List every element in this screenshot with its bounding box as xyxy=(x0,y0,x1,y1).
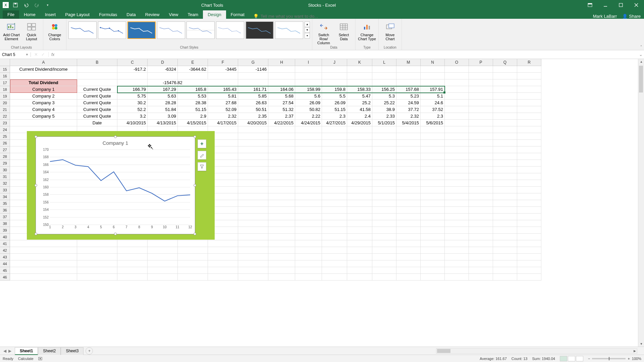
cell[interactable] xyxy=(372,153,396,160)
cell[interactable]: 2.3 xyxy=(421,113,445,120)
column-header[interactable]: A xyxy=(10,59,77,66)
select-data-button[interactable]: Select Data xyxy=(334,20,353,41)
cell[interactable] xyxy=(517,274,541,281)
cell[interactable] xyxy=(208,247,238,254)
cell[interactable] xyxy=(396,227,421,234)
cell[interactable]: 51.15 xyxy=(322,106,347,113)
cell[interactable] xyxy=(238,200,268,207)
cell[interactable] xyxy=(208,79,238,86)
cell[interactable] xyxy=(347,260,372,267)
cancel-formula-icon[interactable]: ✕ xyxy=(34,52,38,57)
cell[interactable]: 2.4 xyxy=(347,113,372,120)
cell[interactable] xyxy=(295,193,322,200)
cell[interactable]: 2.37 xyxy=(268,113,295,120)
cell[interactable]: 5.1 xyxy=(421,93,445,100)
cell[interactable]: 25.22 xyxy=(372,100,396,106)
row-header[interactable]: 26 xyxy=(0,140,10,146)
cell[interactable]: -1146 xyxy=(238,66,268,73)
cell[interactable] xyxy=(445,254,469,260)
cell[interactable] xyxy=(322,214,347,220)
cell[interactable] xyxy=(421,227,445,234)
vscroll-up-icon[interactable]: ▲ xyxy=(638,59,644,64)
cell[interactable]: 2.32 xyxy=(208,113,238,120)
row-header[interactable]: 33 xyxy=(0,187,10,193)
cell[interactable] xyxy=(421,193,445,200)
view-normal-button[interactable] xyxy=(560,356,567,361)
cell[interactable] xyxy=(77,73,117,79)
cell[interactable] xyxy=(322,254,347,260)
cell[interactable] xyxy=(347,247,372,254)
cell[interactable] xyxy=(517,146,541,153)
tab-formulas[interactable]: Formulas xyxy=(94,10,122,19)
vscroll-down-icon[interactable]: ▼ xyxy=(638,341,644,347)
add-sheet-button[interactable]: + xyxy=(86,347,93,355)
cell[interactable] xyxy=(372,167,396,173)
cell[interactable]: 4/20/2015 xyxy=(238,120,268,126)
cell[interactable] xyxy=(295,160,322,167)
sheet-nav-next-icon[interactable]: ▶ xyxy=(8,349,11,353)
tab-team[interactable]: Team xyxy=(183,10,203,19)
cell[interactable] xyxy=(238,220,268,227)
enter-formula-icon[interactable]: ✓ xyxy=(41,52,45,57)
cell[interactable] xyxy=(347,200,372,207)
row-header[interactable]: 20 xyxy=(0,100,10,106)
cell[interactable] xyxy=(322,220,347,227)
cell[interactable]: 2.3 xyxy=(322,113,347,120)
cell[interactable]: 37.72 xyxy=(396,106,421,113)
cell[interactable] xyxy=(421,66,445,73)
cell[interactable] xyxy=(322,140,347,146)
cell[interactable] xyxy=(148,274,178,281)
cell[interactable] xyxy=(372,146,396,153)
cell[interactable] xyxy=(178,260,208,267)
cell[interactable] xyxy=(77,240,117,247)
cell[interactable] xyxy=(469,146,493,153)
cell[interactable]: 5.68 xyxy=(268,93,295,100)
cell[interactable]: 3.09 xyxy=(148,113,178,120)
cell[interactable] xyxy=(268,140,295,146)
cell[interactable] xyxy=(372,227,396,234)
cell[interactable] xyxy=(10,260,77,267)
cell[interactable]: 157.68 xyxy=(396,86,421,93)
cell[interactable] xyxy=(517,200,541,207)
cell[interactable]: 27.54 xyxy=(268,100,295,106)
cell[interactable] xyxy=(517,106,541,113)
cell[interactable] xyxy=(517,240,541,247)
chart-handle[interactable] xyxy=(35,184,37,187)
cell[interactable] xyxy=(347,79,372,86)
cell[interactable] xyxy=(238,126,268,133)
cell[interactable]: 24.6 xyxy=(421,100,445,106)
cell[interactable] xyxy=(493,126,517,133)
cell[interactable] xyxy=(178,247,208,254)
cell[interactable] xyxy=(208,267,238,274)
cell[interactable] xyxy=(372,66,396,73)
chart-style-1[interactable] xyxy=(68,21,97,39)
undo-icon[interactable] xyxy=(22,1,30,9)
cell[interactable] xyxy=(469,113,493,120)
cell[interactable] xyxy=(295,133,322,140)
cell[interactable] xyxy=(493,86,517,93)
column-header[interactable]: M xyxy=(396,59,421,66)
cell[interactable] xyxy=(268,247,295,254)
column-header[interactable]: Q xyxy=(493,59,517,66)
cell[interactable] xyxy=(493,120,517,126)
cell[interactable] xyxy=(396,133,421,140)
cell[interactable] xyxy=(238,79,268,86)
cell[interactable] xyxy=(295,254,322,260)
cell[interactable] xyxy=(372,274,396,281)
cell[interactable]: 161.71 xyxy=(238,86,268,93)
cell[interactable] xyxy=(517,66,541,73)
cell[interactable] xyxy=(396,260,421,267)
row-header[interactable]: 22 xyxy=(0,113,10,120)
cell[interactable]: 5/6/2015 xyxy=(421,120,445,126)
cell[interactable] xyxy=(517,234,541,240)
cell[interactable] xyxy=(372,254,396,260)
switch-row-column-button[interactable]: Switch Row/ Column xyxy=(314,20,333,45)
embedded-chart[interactable]: Company 1 150152154156158160162164166168… xyxy=(27,131,215,240)
cell[interactable] xyxy=(372,173,396,180)
cell[interactable] xyxy=(469,180,493,187)
cell[interactable] xyxy=(322,180,347,187)
qat-customize-icon[interactable]: ▼ xyxy=(44,1,52,9)
cell[interactable] xyxy=(295,146,322,153)
cell[interactable] xyxy=(322,160,347,167)
cell[interactable]: 164.06 xyxy=(268,86,295,93)
